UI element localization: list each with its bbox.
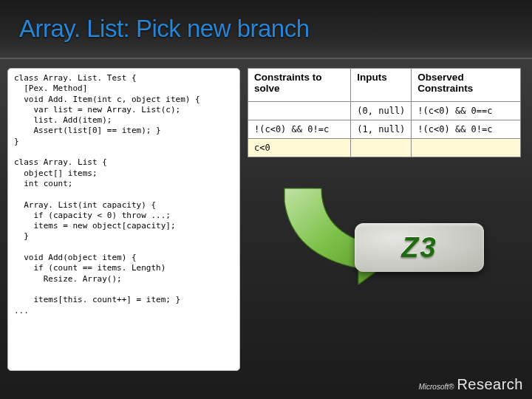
title-band: Array. List: Pick new branch [0,0,532,59]
table-row: !(c<0) && 0!=c(1, null)!(c<0) && 0!=c [248,120,521,139]
table-cell: !(c<0) && 0!=c [412,120,521,139]
table-cell: !(c<0) && 0==c [412,102,521,120]
col-constraints: Constraints to solve [248,69,351,102]
solver-logo: Z3 [355,223,484,272]
brand-ms: Microsoft® [418,383,454,391]
solver-logo-text: Z3 [401,232,437,264]
brand-logo: Microsoft® Research [418,376,523,393]
slide-title: Array. List: Pick new branch [19,15,310,43]
table-row: (0, null)!(c<0) && 0==c [248,102,521,120]
table-cell [248,102,351,120]
table-row: c<0 [248,139,521,157]
table-cell [351,139,412,157]
col-observed: Observed Constraints [412,69,521,102]
table-cell: (1, null) [351,120,412,139]
table-header-row: Constraints to solve Inputs Observed Con… [248,69,521,102]
table-cell: (0, null) [351,102,412,120]
constraint-table: Constraints to solve Inputs Observed Con… [248,68,521,157]
table-cell: !(c<0) && 0!=c [248,120,351,139]
table-cell: c<0 [248,139,351,157]
code-box: class Array. List. Test { [Pex. Method] … [7,68,240,371]
table-cell [412,139,521,157]
brand-research: Research [457,376,523,393]
col-inputs: Inputs [351,69,412,102]
slide-stage: class Array. List. Test { [Pex. Method] … [0,59,532,399]
